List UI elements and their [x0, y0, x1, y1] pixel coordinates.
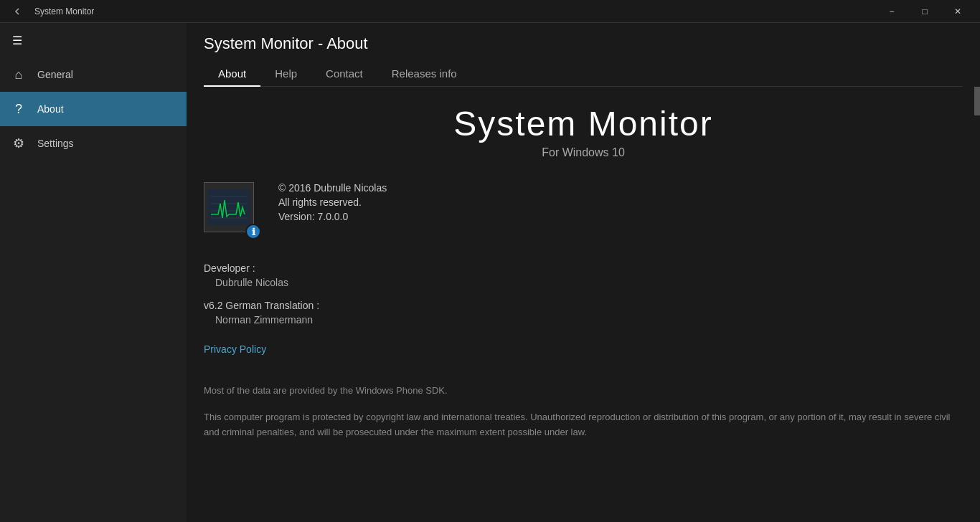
sidebar-label-settings: Settings [37, 138, 74, 149]
app-name: System Monitor [204, 104, 963, 143]
page-title: System Monitor - About [204, 34, 963, 53]
titlebar-controls: − □ ✕ [875, 0, 974, 23]
back-button[interactable] [6, 0, 29, 23]
info-badge: ℹ [245, 224, 261, 239]
app-details: © 2016 Dubrulle Nicolas All rights reser… [278, 182, 387, 222]
copyright-line: © 2016 Dubrulle Nicolas [278, 182, 387, 194]
tab-help[interactable]: Help [260, 62, 311, 87]
svg-rect-0 [207, 189, 250, 225]
scrollbar-track[interactable] [974, 87, 980, 522]
app-subtitle: For Windows 10 [204, 146, 963, 159]
info-icon: ℹ [252, 227, 255, 237]
chart-svg [207, 189, 250, 225]
sidebar-label-general: General [37, 69, 73, 80]
header: System Monitor - About About Help Contac… [187, 23, 980, 87]
app-info-section: ℹ © 2016 Dubrulle Nicolas All rights res… [204, 182, 963, 239]
main-area: System Monitor - About About Help Contac… [187, 23, 980, 522]
close-button[interactable]: ✕ [941, 0, 974, 23]
titlebar-title: System Monitor [34, 6, 94, 16]
tab-contact[interactable]: Contact [311, 62, 377, 87]
scrollbar-thumb[interactable] [974, 87, 980, 115]
gear-icon: ⚙ [11, 136, 26, 151]
titlebar-left: System Monitor [6, 0, 94, 23]
tab-releases[interactable]: Releases info [377, 62, 471, 87]
tabs-bar: About Help Contact Releases info [204, 62, 963, 87]
app-icon-wrapper: ℹ [204, 182, 261, 239]
titlebar: System Monitor − □ ✕ [0, 0, 980, 23]
app-icon [204, 182, 254, 232]
privacy-policy-link[interactable]: Privacy Policy [204, 343, 266, 355]
hamburger-button[interactable]: ☰ [0, 23, 34, 57]
rights-line: All rights reserved. [278, 196, 387, 208]
sidebar-item-general[interactable]: ⌂ General [0, 57, 187, 92]
developer-name: Dubrulle Nicolas [204, 277, 963, 288]
version-line: Version: 7.0.0.0 [278, 211, 387, 222]
sidebar-item-about[interactable]: ? About [0, 92, 187, 126]
content-area: System Monitor For Windows 10 [187, 87, 980, 522]
footer-section: Most of the data are provided by the Win… [204, 384, 963, 440]
translation-label: v6.2 German Translation : [204, 300, 963, 311]
question-icon: ? [11, 102, 26, 117]
sidebar-label-about: About [37, 103, 64, 115]
app-body: ☰ ⌂ General ? About ⚙ Settings System Mo… [0, 23, 980, 522]
hamburger-icon: ☰ [12, 34, 22, 47]
translation-block: v6.2 German Translation : Norman Zimmerm… [204, 300, 963, 326]
tab-about[interactable]: About [204, 62, 260, 87]
maximize-button[interactable]: □ [908, 0, 941, 23]
developer-label: Developer : [204, 262, 963, 274]
home-icon: ⌂ [11, 67, 26, 82]
sdk-note: Most of the data are provided by the Win… [204, 384, 963, 399]
app-title-section: System Monitor For Windows 10 [204, 104, 963, 159]
minimize-button[interactable]: − [875, 0, 908, 23]
legal-text: This computer program is protected by co… [204, 410, 963, 440]
developer-block: Developer : Dubrulle Nicolas [204, 262, 963, 288]
sidebar: ☰ ⌂ General ? About ⚙ Settings [0, 23, 187, 522]
credits-section: Developer : Dubrulle Nicolas v6.2 German… [204, 262, 963, 326]
translation-name: Norman Zimmermann [204, 314, 963, 326]
sidebar-item-settings[interactable]: ⚙ Settings [0, 126, 187, 161]
